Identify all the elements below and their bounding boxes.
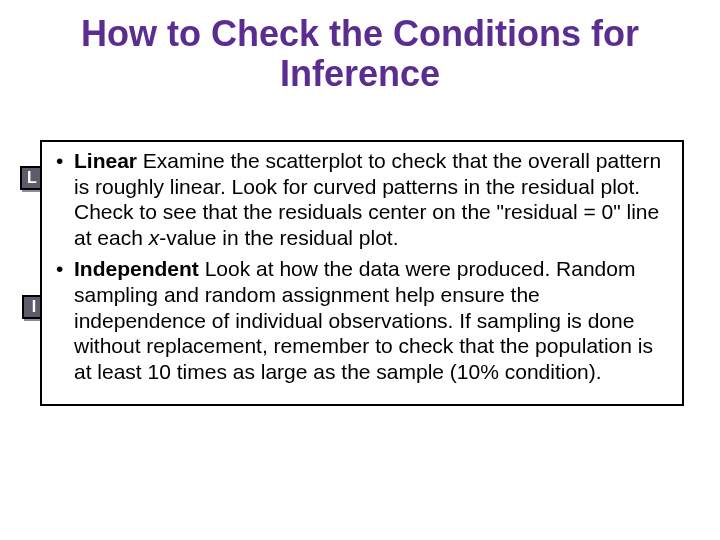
page-title: How to Check the Conditions for Inferenc… (0, 0, 720, 103)
slide: How to Check the Conditions for Inferenc… (0, 0, 720, 540)
bullet-linear-body: Linear Examine the scatterplot to check … (74, 148, 670, 250)
bullet-independent: • Independent Look at how the data were … (54, 256, 670, 384)
bullet-linear-term: x (149, 226, 160, 249)
conditions-box: • Linear Examine the scatterplot to chec… (40, 140, 684, 406)
bullet-dot-icon: • (54, 148, 74, 250)
bullet-linear-text-b: -value in the residual plot. (159, 226, 398, 249)
bullet-linear-label: Linear (74, 149, 137, 172)
bullet-dot-icon: • (54, 256, 74, 384)
bullet-independent-label: Independent (74, 257, 199, 280)
bullet-linear: • Linear Examine the scatterplot to chec… (54, 148, 670, 250)
bullet-independent-body: Independent Look at how the data were pr… (74, 256, 670, 384)
